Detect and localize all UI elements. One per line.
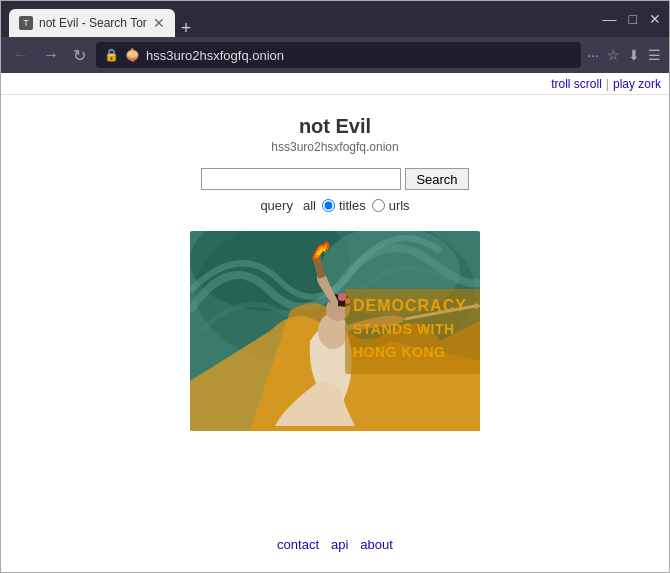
play-zork-link[interactable]: play zork [613, 77, 661, 91]
site-url: hss3uro2hsxfogfq.onion [271, 140, 398, 154]
downloads-button[interactable]: ⬇ [628, 47, 640, 63]
tab-bar: T not Evil - Search Tor ✕ + [9, 1, 191, 37]
more-options-button[interactable]: ··· [587, 47, 599, 63]
about-link[interactable]: about [360, 537, 393, 552]
troll-scroll-link[interactable]: troll scroll [551, 77, 602, 91]
top-links-bar: troll scroll | play zork [1, 73, 669, 95]
lock-icon: 🔒 [104, 48, 119, 62]
titles-radio-group: titles [322, 198, 366, 213]
new-tab-button[interactable]: + [181, 19, 192, 37]
footer-links: contact api about [277, 537, 393, 562]
search-options-row: query all titles urls [260, 198, 409, 213]
maximize-button[interactable]: □ [629, 11, 637, 27]
close-button[interactable]: ✕ [649, 11, 661, 27]
api-link[interactable]: api [331, 537, 348, 552]
poster-svg: DEMOCRACY STANDS WITH HONG KONG [190, 231, 480, 431]
nav-bar: ← → ↻ 🔒 🧅 hss3uro2hsxfogfq.onion ··· ☆ ⬇… [1, 37, 669, 73]
tab-close-button[interactable]: ✕ [153, 15, 165, 31]
search-form: Search [201, 168, 468, 190]
active-tab[interactable]: T not Evil - Search Tor ✕ [9, 9, 175, 37]
search-input[interactable] [201, 168, 401, 190]
svg-text:STANDS WITH: STANDS WITH [353, 321, 455, 337]
address-bar[interactable]: 🔒 🧅 hss3uro2hsxfogfq.onion [96, 42, 581, 68]
contact-link[interactable]: contact [277, 537, 319, 552]
refresh-button[interactable]: ↻ [69, 44, 90, 67]
page-content: not Evil hss3uro2hsxfogfq.onion Search q… [1, 95, 669, 572]
urls-radio-group: urls [372, 198, 410, 213]
title-bar: T not Evil - Search Tor ✕ + — □ ✕ [1, 1, 669, 37]
hero-image: DEMOCRACY STANDS WITH HONG KONG [190, 231, 480, 431]
search-button[interactable]: Search [405, 168, 468, 190]
all-label: all [303, 198, 316, 213]
forward-button[interactable]: → [39, 44, 63, 66]
browser-frame: T not Evil - Search Tor ✕ + — □ ✕ ← → ↻ … [0, 0, 670, 573]
address-text: hss3uro2hsxfogfq.onion [146, 48, 573, 63]
titles-label: titles [339, 198, 366, 213]
site-title: not Evil [299, 115, 371, 138]
titles-radio[interactable] [322, 199, 335, 212]
minimize-button[interactable]: — [603, 11, 617, 27]
back-button[interactable]: ← [9, 44, 33, 66]
svg-text:HONG KONG: HONG KONG [353, 344, 445, 360]
nav-right-buttons: ··· ☆ ⬇ ☰ [587, 47, 661, 63]
window-controls: — □ ✕ [603, 11, 661, 27]
tab-title: not Evil - Search Tor [39, 16, 147, 30]
onion-icon: 🧅 [125, 48, 140, 62]
bookmark-button[interactable]: ☆ [607, 47, 620, 63]
menu-button[interactable]: ☰ [648, 47, 661, 63]
svg-point-6 [338, 293, 346, 301]
urls-radio[interactable] [372, 199, 385, 212]
query-label: query [260, 198, 293, 213]
urls-label: urls [389, 198, 410, 213]
tab-favicon: T [19, 16, 33, 30]
pipe-separator: | [606, 77, 609, 91]
